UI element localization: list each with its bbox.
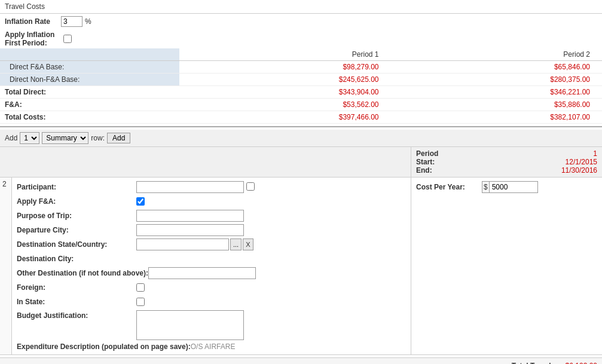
participant-label: Participant: [17,183,136,191]
destination-city-label: Destination City: [17,255,136,263]
destination-state-input[interactable] [136,238,229,250]
cost-per-year-input[interactable] [490,182,537,192]
purpose-label: Purpose of Trip: [17,212,136,220]
direct-nonfna-base-p2: $280,375.00 [391,74,603,86]
table-row: Total Costs: $397,466.00 $382,107.00 [0,111,602,124]
participant-checkbox[interactable] [246,182,255,191]
table-row: Total Direct: $343,904.00 $346,221.00 [0,86,602,99]
cost-per-year-label: Cost Per Year: [416,183,482,191]
inflation-rate-input[interactable] [61,16,82,27]
table-row: Direct Non-F&A Base: $245,625.00 $280,37… [0,74,602,86]
total-direct-p2: $346,221.00 [391,86,603,99]
departure-input[interactable] [136,224,244,236]
destination-state-label: Destination State/Country: [17,240,136,249]
period1-header: Period 1 [179,48,391,61]
participant-input[interactable] [136,181,244,193]
foreign-checkbox[interactable] [136,283,145,292]
period-label: Period [416,149,438,158]
direct-fna-base-p1: $98,279.00 [179,61,391,74]
in-state-label: In State: [17,298,136,306]
summary-table: Period 1 Period 2 Direct F&A Base: $98,2… [0,48,602,124]
budget-just-label: Budget Justification: [17,310,136,320]
total-travel-row: Total Travel: $6,103.00 [0,357,602,364]
total-direct-label: Total Direct: [0,86,179,99]
apply-fna-form-label: Apply F&A: [17,197,136,206]
apply-fna-checkbox[interactable] [136,197,145,206]
dollar-sign: $ [482,182,490,192]
table-row: Direct F&A Base: $98,279.00 $65,846.00 [0,61,602,74]
expenditure-value: O/S AIRFARE [191,342,236,351]
end-date: 11/30/2016 [561,166,597,175]
total-direct-p1: $343,904.00 [179,86,391,99]
percent-symbol: % [85,17,91,26]
end-label: End: [416,166,432,175]
total-costs-p2: $382,107.00 [391,111,603,124]
other-dest-label: Other Destination (if not found above): [17,269,148,277]
in-state-checkbox[interactable] [136,298,145,306]
table-row: F&A: $53,562.00 $35,886.00 [0,99,602,111]
remove-button[interactable]: X [243,238,253,250]
cost-per-year-field[interactable]: $ [482,181,538,193]
total-costs-p1: $397,466.00 [179,111,391,124]
apply-inflation-label-line1: Apply Inflation [5,30,59,39]
total-travel-label: Total Travel: [512,362,554,364]
toolbar: Add 1 Summary row: Add [0,130,602,147]
apply-inflation-label-line2: First Period: [5,39,59,47]
page-title: Travel Costs [0,0,602,14]
total-costs-label: Total Costs: [0,111,179,124]
fna-label: F&A: [0,99,179,111]
expenditure-label: Expenditure Description (populated on pa… [17,342,191,351]
fna-p1: $53,562.00 [179,99,391,111]
row-number: 2 [2,180,7,188]
browse-button[interactable]: ... [230,238,242,250]
apply-inflation-checkbox[interactable] [63,35,72,43]
departure-label: Departure City: [17,226,136,234]
purpose-input[interactable] [136,210,244,222]
period2-header: Period 2 [391,48,603,61]
start-date: 12/1/2015 [566,158,597,166]
add-label: Add [5,134,17,142]
row-type-select[interactable]: Summary [42,132,88,144]
start-label: Start: [416,158,435,166]
budget-just-textarea[interactable] [136,310,244,340]
direct-fna-base-label: Direct F&A Base: [0,61,179,74]
direct-nonfna-base-label: Direct Non-F&A Base: [0,74,179,86]
other-dest-input[interactable] [148,267,256,279]
inflation-rate-label: Inflation Rate [5,17,59,26]
total-travel-value: $6,103.00 [566,362,597,364]
foreign-label: Foreign: [17,283,136,292]
period-value: 1 [593,149,597,158]
fna-p2: $35,886.00 [391,99,603,111]
direct-nonfna-base-p1: $245,625.00 [179,74,391,86]
row-label: row: [91,134,105,142]
add-quantity-select[interactable]: 1 [20,132,39,144]
direct-fna-base-p2: $65,846.00 [391,61,603,74]
add-row-button[interactable]: Add [107,133,130,143]
